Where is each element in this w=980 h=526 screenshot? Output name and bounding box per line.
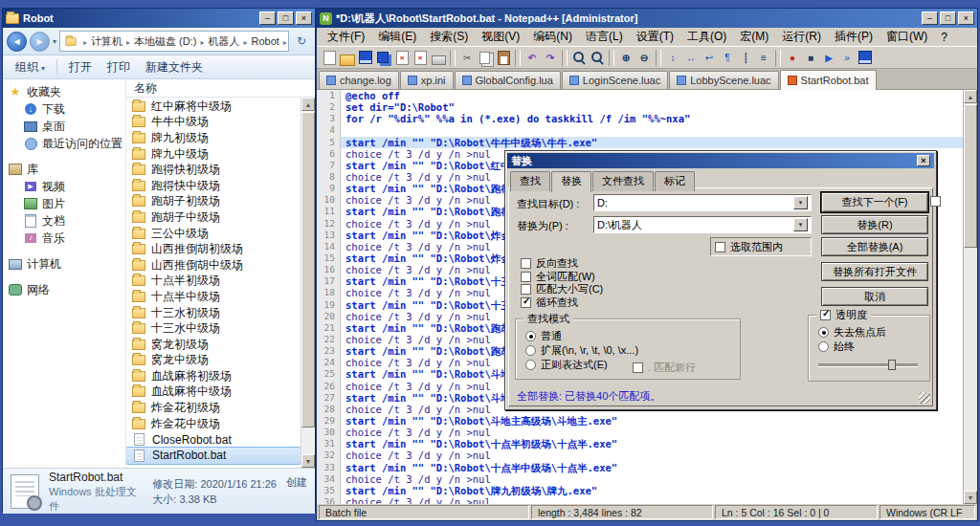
close-button[interactable]	[958, 11, 974, 25]
notepad-titlebar[interactable]: *D:\机器人\Robot\StartRobot.bat - Notepad++…	[317, 9, 977, 28]
close-icon[interactable]	[917, 155, 930, 166]
transparency-mode-radio[interactable]: 始终	[818, 340, 886, 354]
list-item[interactable]: 跑得快初级场	[126, 162, 301, 178]
sidebar-group-network[interactable]: 网络	[9, 281, 125, 298]
menu-item[interactable]: 视图(V)	[475, 27, 526, 47]
maximize-button[interactable]	[940, 11, 956, 25]
list-item[interactable]: 山西推倒胡中级场	[126, 257, 301, 274]
transparency-mode-radio[interactable]: 失去焦点后	[818, 325, 886, 340]
editor-line[interactable]: 5 start /min "" "D:\Robot\牛牛中级场\牛牛.exe"	[317, 137, 963, 148]
print-button[interactable]: 打印	[100, 56, 137, 78]
breadcrumb[interactable]: 计算机本地磁盘 (D:)机器人Robot	[59, 31, 289, 52]
editor-line[interactable]: 34 choice /t 3 /d y /n >nul	[317, 473, 963, 485]
sidebar-group-favorites[interactable]: 收藏夹	[9, 83, 125, 100]
redo-icon[interactable]: ↷	[542, 50, 559, 66]
sync-vertical-icon[interactable]: ↕	[664, 50, 681, 66]
menu-item[interactable]: 编辑(E)	[371, 27, 423, 47]
explorer-titlebar[interactable]: Robot	[3, 9, 315, 28]
sidebar-item-desktop[interactable]: 桌面	[9, 118, 125, 135]
editor-line[interactable]: 32 choice /t 3 /d y /n >nul	[317, 449, 963, 461]
column-header-name[interactable]: 名称	[126, 79, 315, 98]
indent-guide-icon[interactable]: ┊	[737, 50, 754, 66]
editor-line[interactable]: 2 set dir="D:\Robot"	[317, 101, 963, 113]
transparency-checkbox[interactable]: 透明度	[816, 308, 871, 321]
tab-loginscene-luac[interactable]: LoginScene.luac	[562, 71, 668, 89]
toolbar-separator[interactable]	[515, 50, 521, 66]
cancel-button[interactable]: 取消	[821, 287, 928, 306]
save-icon[interactable]	[357, 50, 374, 66]
list-item[interactable]: 炸金花初级场	[126, 400, 301, 416]
scroll-down-icon[interactable]	[301, 454, 315, 468]
macro-stop-icon[interactable]: ■	[802, 50, 819, 66]
list-item[interactable]: StartRobot.bat	[126, 448, 301, 464]
sidebar-item-documents[interactable]: 文档	[9, 212, 125, 230]
editor-line[interactable]: 1 @echo off	[317, 90, 963, 101]
menu-item[interactable]: 插件(P)	[828, 27, 880, 47]
macro-save-icon[interactable]	[857, 50, 874, 66]
list-item[interactable]: 十三水中级场	[126, 320, 301, 337]
menu-item[interactable]: 工具(O)	[680, 27, 733, 47]
open-file-icon[interactable]	[339, 50, 356, 66]
search-mode-radio[interactable]: 普通	[525, 329, 638, 343]
toolbar-separator[interactable]	[609, 50, 614, 66]
scroll-up-icon[interactable]	[964, 90, 977, 103]
replace-all-open-files-button[interactable]: 替换所有打开文件	[821, 262, 928, 281]
toolbar-separator[interactable]	[775, 50, 781, 66]
replace-with-combobox[interactable]: D:\机器人	[593, 216, 812, 233]
list-item[interactable]: 牌九初级场	[126, 130, 301, 146]
macro-run-multiple-icon[interactable]: »	[838, 50, 856, 66]
menu-item[interactable]: 文件(F)	[321, 27, 371, 47]
dialog-titlebar[interactable]: 替换	[507, 153, 934, 168]
tab-globalconfig-lua[interactable]: GlobalConfig.lua	[455, 71, 561, 89]
search-option-checkbox[interactable]: 循环查找	[521, 296, 603, 310]
breadcrumb-item[interactable]: Robot	[239, 35, 278, 47]
menu-item[interactable]: 编码(N)	[526, 27, 579, 47]
zoom-out-icon[interactable]: ⊖	[635, 50, 653, 66]
sidebar-item-pictures[interactable]: 图片	[9, 195, 125, 212]
dialog-tab[interactable]: 文件查找	[592, 171, 654, 191]
scrollbar-thumb[interactable]	[301, 112, 315, 427]
menu-item[interactable]: 宏(M)	[733, 27, 775, 47]
breadcrumb-item[interactable]: 机器人	[196, 34, 239, 49]
slider-thumb[interactable]	[888, 360, 896, 370]
user-language-icon[interactable]: ≡	[755, 50, 772, 66]
copy-icon[interactable]	[477, 50, 494, 66]
close-all-icon[interactable]: ×	[412, 50, 429, 66]
save-all-icon[interactable]	[375, 50, 392, 66]
new-folder-button[interactable]: 新建文件夹	[139, 56, 210, 78]
tab-startrobot-bat[interactable]: StartRobot.bat	[780, 70, 877, 90]
new-file-icon[interactable]	[321, 50, 338, 66]
paste-icon[interactable]	[495, 50, 512, 66]
editor-line[interactable]: 33 start /min "" "D:\Robot\十点半中级场\十点半.ex…	[317, 462, 963, 473]
cut-icon[interactable]: ✂	[458, 50, 476, 66]
toolbar-separator[interactable]	[656, 50, 661, 66]
tab-change-log[interactable]: change.log	[319, 71, 399, 89]
chevron-down-icon[interactable]	[793, 196, 808, 209]
editor-line[interactable]: 31 start /min "" "D:\Robot\十点半初级场\十点半.ex…	[317, 438, 963, 449]
list-item[interactable]: 十点半初级场	[126, 274, 301, 290]
menu-item[interactable]: 窗口(W)	[880, 27, 934, 47]
editor-line[interactable]: 29 start /min "" "D:\Robot\斗地主高级场\斗地主.ex…	[317, 415, 963, 427]
menu-item[interactable]: 语言(L)	[579, 27, 630, 47]
list-item[interactable]: 窝龙中级场	[126, 353, 301, 369]
minimize-button[interactable]	[922, 11, 938, 25]
organize-button[interactable]: 组织	[9, 56, 52, 78]
show-all-characters-icon[interactable]: ¶	[719, 50, 736, 66]
list-item[interactable]: 跑得快中级场	[126, 178, 301, 194]
dialog-tab[interactable]: 标记	[655, 171, 695, 191]
sidebar-group-computer[interactable]: 计算机	[9, 255, 125, 273]
scroll-down-icon[interactable]	[964, 491, 977, 504]
print-icon[interactable]	[430, 50, 447, 66]
scroll-up-icon[interactable]	[301, 98, 315, 111]
list-item[interactable]: 红中麻将中级场	[126, 99, 301, 115]
replace-all-button[interactable]: 全部替换(A)	[821, 237, 928, 256]
sidebar-item-recent-places[interactable]: 最近访问的位置	[9, 135, 125, 152]
list-scrollbar[interactable]	[301, 98, 315, 468]
breadcrumb-item[interactable]: 本地磁盘 (D:)	[122, 34, 196, 49]
list-item[interactable]: 三公中级场	[126, 226, 301, 242]
editor-line[interactable]: 36 choice /t 3 /d y /n >nul	[317, 496, 963, 504]
dialog-tab[interactable]: 替换	[551, 171, 591, 192]
list-item[interactable]: 牌九中级场	[126, 146, 301, 163]
dialog-tab[interactable]: 查找	[510, 171, 550, 191]
macro-play-icon[interactable]: ▶	[820, 50, 837, 66]
